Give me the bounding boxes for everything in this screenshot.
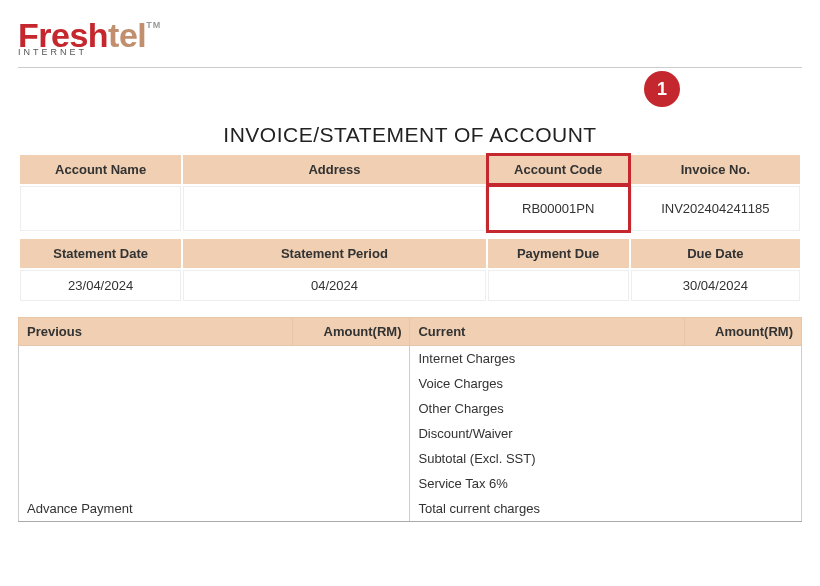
charges-table: Previous Amount(RM) Current Amount(RM) I… <box>18 317 802 522</box>
statement-table: Statement Date Statement Period Payment … <box>18 237 802 303</box>
th-payment-due: Payment Due <box>488 239 629 268</box>
td-payment-due <box>488 270 629 301</box>
td-prev-advance: Advance Payment <box>19 496 293 522</box>
th-prev-amount: Amount(RM) <box>293 318 410 346</box>
td-curr-discount: Discount/Waiver <box>410 421 684 446</box>
logo-trademark: TM <box>146 20 161 30</box>
th-account-code: Account Code <box>488 155 629 184</box>
th-account-name: Account Name <box>20 155 181 184</box>
td-curr-voice: Voice Charges <box>410 371 684 396</box>
account-table: Account Name Address Account Code Invoic… <box>18 153 802 233</box>
td-account-name <box>20 186 181 231</box>
td-prev-empty <box>19 346 293 372</box>
td-curr-subtotal: Subtotal (Excl. SST) <box>410 446 684 471</box>
td-statement-period: 04/2024 <box>183 270 485 301</box>
th-address: Address <box>183 155 485 184</box>
th-statement-date: Statement Date <box>20 239 181 268</box>
td-statement-date: 23/04/2024 <box>20 270 181 301</box>
td-account-code: RB00001PN <box>488 186 629 231</box>
td-curr-other: Other Charges <box>410 396 684 421</box>
td-curr-total: Total current charges <box>410 496 684 522</box>
td-curr-internet-amt <box>684 346 801 372</box>
td-due-date: 30/04/2024 <box>631 270 800 301</box>
callout-badge: 1 <box>644 71 680 107</box>
logo-text-fresh: Fresh <box>18 16 108 54</box>
td-address <box>183 186 485 231</box>
th-statement-period: Statement Period <box>183 239 485 268</box>
td-invoice-no: INV202404241185 <box>631 186 800 231</box>
td-curr-tax: Service Tax 6% <box>410 471 684 496</box>
th-previous: Previous <box>19 318 293 346</box>
th-invoice-no: Invoice No. <box>631 155 800 184</box>
document-title: INVOICE/STATEMENT OF ACCOUNT <box>18 123 802 147</box>
td-curr-internet: Internet Charges <box>410 346 684 372</box>
brand-logo: FreshtelTM INTERNET <box>18 18 802 57</box>
document-header: INVOICE/STATEMENT OF ACCOUNT 1 <box>18 123 802 147</box>
logo-text-tel: tel <box>108 16 146 54</box>
th-curr-amount: Amount(RM) <box>684 318 801 346</box>
th-current: Current <box>410 318 684 346</box>
brand-header: FreshtelTM INTERNET <box>18 18 802 68</box>
td-prev-amt-empty <box>293 346 410 372</box>
th-due-date: Due Date <box>631 239 800 268</box>
